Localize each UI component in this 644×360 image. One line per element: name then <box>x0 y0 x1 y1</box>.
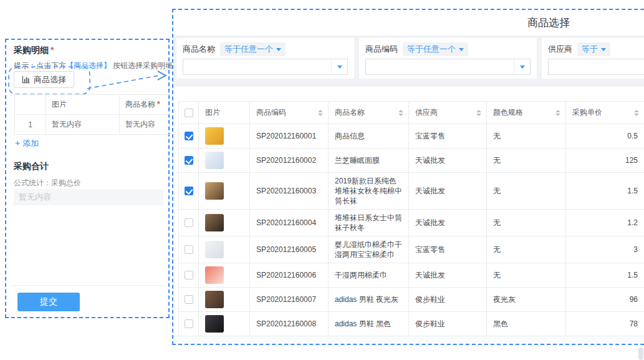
product-image-black-sneaker <box>205 315 224 333</box>
spec-cell: 无 <box>487 148 566 173</box>
row-checkbox[interactable] <box>185 132 193 140</box>
filter-value-combobox[interactable] <box>183 59 348 75</box>
chevron-down-icon <box>601 48 606 51</box>
hint-text: 提示：点击下方【商品选择】 按钮选择采购明细商品 <box>14 61 188 71</box>
product-table: 图片商品编码商品名称供应商颜色规格采购单价 SP202012160001 商品信… <box>178 101 644 336</box>
price-cell: 125 <box>566 148 644 173</box>
product-image-single-sock <box>205 214 224 231</box>
product-name-cell: adidas 男鞋 黑色 <box>329 312 409 336</box>
filter-value-input[interactable] <box>549 59 644 74</box>
modal-titlebar: 商品选择 <box>173 10 644 36</box>
supplier-cell: 天诚批发 <box>409 173 487 210</box>
product-name-cell: 商品信息 <box>329 124 409 148</box>
dropdown-arrow-icon[interactable] <box>514 59 530 74</box>
product-image-sock-stack <box>205 182 224 200</box>
product-image-brown-sneaker <box>205 291 224 308</box>
row-number-header <box>15 95 46 115</box>
sort-icon[interactable] <box>318 110 323 116</box>
row-checkbox[interactable] <box>185 295 193 304</box>
sort-icon[interactable] <box>634 110 639 116</box>
required-asterisk: * <box>50 45 54 55</box>
filter-card-supplier: 供应商 等于 <box>542 38 644 79</box>
formula-label: 公式统计：采购总价 <box>14 178 81 188</box>
filter-operator-dropdown[interactable]: 等于 <box>577 42 610 56</box>
row-checkbox[interactable] <box>185 271 193 280</box>
product-code-cell: SP202012160001 <box>250 124 329 148</box>
column-header-0: 图片 <box>199 102 250 124</box>
product-row: SP202012160007 adidas 男鞋 夜光灰 俊步鞋业 夜光灰 96 <box>179 288 644 312</box>
filter-operator-dropdown[interactable]: 等于任意一个 <box>220 42 286 56</box>
row-checkbox[interactable] <box>185 218 193 227</box>
product-code-cell: SP202012160008 <box>250 312 329 336</box>
product-row: SP202012160001 商品信息 宝蓝零售 无 0.5 <box>179 124 644 148</box>
row-checkbox[interactable] <box>185 187 193 195</box>
add-row-button[interactable]: +添加 <box>15 138 39 149</box>
product-select-button[interactable]: 商品选择 <box>14 71 74 88</box>
spec-cell: 夜光灰 <box>487 288 566 312</box>
column-header-2[interactable]: 商品名称 <box>329 102 409 124</box>
supplier-cell: 俊步鞋业 <box>409 288 487 312</box>
sort-icon[interactable] <box>398 110 403 116</box>
spec-cell: 无 <box>487 236 566 263</box>
spec-cell: 无 <box>487 210 566 236</box>
divider <box>12 285 165 286</box>
modal-footer <box>173 336 644 344</box>
row-checkbox[interactable] <box>185 319 193 328</box>
product-row: SP202012160003 2019新款日系纯色堆堆袜女秋冬纯棉中筒长袜 天诚… <box>179 173 644 210</box>
price-cell: 78 <box>566 312 644 336</box>
product-code-cell: SP202012160003 <box>250 173 329 210</box>
product-row: SP202012160004 堆堆袜日系女士中筒袜子秋冬 天诚批发 无 1.2 <box>179 210 644 236</box>
row-number-cell: 1 <box>15 115 46 135</box>
table-row: 1 暂无内容 暂无内容 <box>15 115 170 135</box>
row-checkbox[interactable] <box>185 156 193 165</box>
product-row: SP202012160006 干湿两用棉柔巾 天诚批发 无 1.5 <box>179 263 644 288</box>
filter-value-combobox[interactable] <box>365 59 531 75</box>
product-name-cell: 兰芝睡眠面膜 <box>329 148 409 173</box>
column-header-5[interactable]: 采购单价 <box>566 102 644 124</box>
column-header-4[interactable]: 颜色规格 <box>487 102 566 124</box>
sort-icon[interactable] <box>555 110 560 116</box>
product-image-cotton-tissue <box>205 266 224 284</box>
filter-card-product-name: 商品名称 等于任意一个 <box>176 38 354 79</box>
product-name-cell: 婴儿湿纸巾棉柔巾干湿两用宝宝棉柔巾 <box>329 236 409 263</box>
price-cell: 1.5 <box>566 173 644 210</box>
name-column-header: 商品名称* <box>120 95 170 115</box>
product-name-cell: 干湿两用棉柔巾 <box>329 263 409 288</box>
purchase-detail-panel: 采购明细* 提示：点击下方【商品选择】 按钮选择采购明细商品 商品选择 图片 商… <box>5 39 170 318</box>
supplier-cell: 俊步鞋业 <box>409 312 487 336</box>
product-code-cell: SP202012160006 <box>250 263 329 288</box>
spec-cell: 黑色 <box>487 312 566 336</box>
spec-cell: 无 <box>487 173 566 210</box>
column-header-1[interactable]: 商品编码 <box>250 102 329 124</box>
chevron-down-icon <box>459 48 464 51</box>
filter-card-product-code: 商品编码 等于任意一个 <box>359 38 537 79</box>
filter-operator-dropdown[interactable]: 等于任意一个 <box>403 42 468 56</box>
product-row: SP202012160008 adidas 男鞋 黑色 俊步鞋业 黑色 78 <box>179 312 644 336</box>
filter-value-combobox[interactable] <box>548 59 644 75</box>
filter-value-input[interactable] <box>183 59 331 74</box>
dropdown-arrow-icon[interactable] <box>331 59 347 74</box>
price-cell: 3 <box>566 236 644 263</box>
product-select-modal: 商品选择 商品名称 等于任意一个 商品编码 等于任意一个 <box>172 9 644 345</box>
supplier-cell: 天诚批发 <box>409 210 487 236</box>
product-code-cell: SP202012160002 <box>250 148 329 173</box>
table-header-row: 图片商品编码商品名称供应商颜色规格采购单价 <box>179 102 644 124</box>
select-all-checkbox[interactable] <box>185 109 193 117</box>
filter-value-input[interactable] <box>366 59 514 74</box>
product-row: SP202012160002 兰芝睡眠面膜 天诚批发 无 125 <box>179 148 644 173</box>
purchase-total-field: 暂无内容 <box>14 189 163 205</box>
column-header-3[interactable]: 供应商 <box>409 102 487 124</box>
scrollbar-thumb[interactable] <box>638 348 643 360</box>
filter-field-label: 供应商 <box>548 44 572 55</box>
product-code-cell: SP202012160007 <box>250 288 329 312</box>
plus-icon: + <box>15 138 20 148</box>
price-cell: 1.5 <box>566 263 644 288</box>
image-column-header: 图片 <box>46 95 120 115</box>
price-cell: 1.2 <box>566 210 644 236</box>
sort-icon[interactable] <box>476 110 481 116</box>
product-image-baby-wipes-pack <box>205 241 224 258</box>
purchase-total-title: 采购合计 <box>14 161 49 172</box>
submit-button[interactable]: 提交 <box>17 293 80 311</box>
row-checkbox[interactable] <box>185 245 193 254</box>
required-asterisk: * <box>157 100 160 109</box>
